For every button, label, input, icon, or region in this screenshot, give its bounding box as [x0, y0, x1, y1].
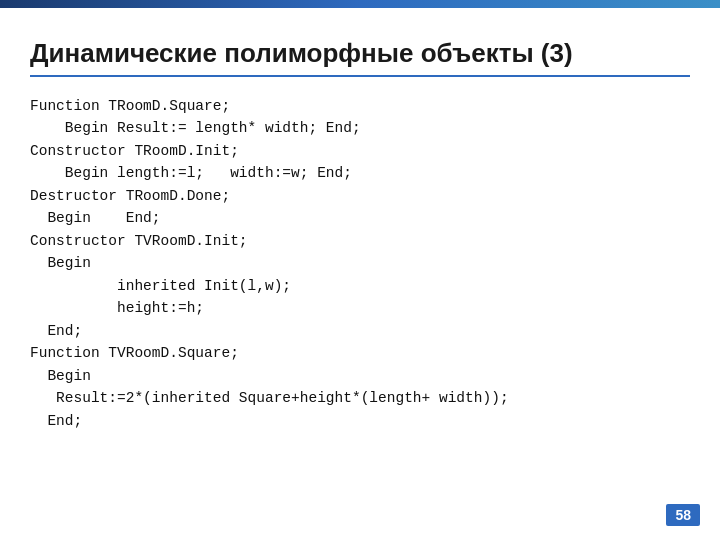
page-number: 58	[666, 504, 700, 526]
slide-title: Динамические полиморфные объекты (3)	[30, 38, 690, 77]
code-block: Function TRoomD.Square; Begin Result:= l…	[30, 95, 690, 432]
slide: Динамические полиморфные объекты (3) Fun…	[0, 0, 720, 540]
top-bar-decoration	[0, 0, 720, 8]
